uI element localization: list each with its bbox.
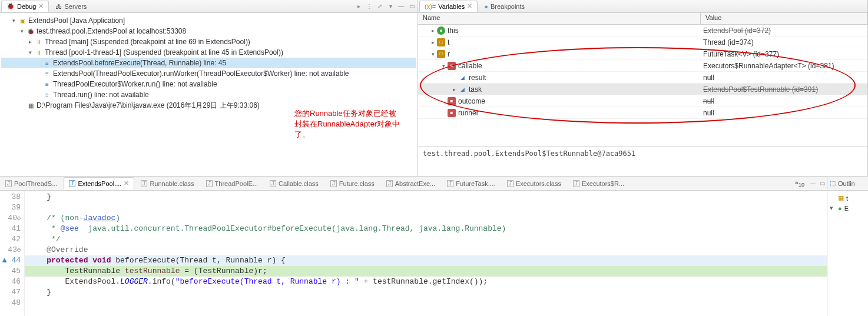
thread-pool[interactable]: ▾⏸Thread [pool-1-thread-1] (Suspended (b… (1, 47, 416, 58)
tab-debug[interactable]: 🐞Debug ✕ (1, 1, 49, 12)
launch-config[interactable]: ▾▣ExtendsPool [Java Application] (1, 15, 416, 26)
editor-tab[interactable]: 🄹 Runnable.class (135, 178, 199, 189)
twistie-icon[interactable]: ▸ (450, 87, 458, 92)
var-row[interactable]: ◢resultnull (418, 72, 867, 84)
var-name: t (448, 38, 449, 46)
variable-detail[interactable]: test.thread.pool.ExtendsPool$TestRunnabl… (418, 147, 867, 176)
tab-breakpoints-label: Breakpoints (491, 3, 525, 10)
thread-icon: ⏸ (34, 37, 44, 46)
code[interactable]: } /* (non-Javadoc) * @see java.util.conc… (25, 191, 827, 316)
minimize-icon[interactable]: — (396, 2, 406, 11)
minimize-icon[interactable]: — (808, 179, 817, 188)
var-row[interactable]: ▾■callableExecutors$RunnableAdapter<T> (… (418, 60, 867, 72)
java-file-icon: 🄹 (573, 180, 579, 187)
tab-variables-label: Variables (438, 3, 465, 10)
java-file-icon: 🄹 (330, 180, 337, 187)
var-name: task (469, 85, 482, 94)
outline-tab[interactable]: ⬚Outlin (827, 177, 868, 191)
stack-frame-icon: ≡ (42, 69, 52, 78)
editor-tab[interactable]: 🄹 ExtendsPool.... ✕ (64, 177, 134, 189)
editor-tab[interactable]: 🄹 ThreadPoolE... (201, 178, 263, 189)
twistie-icon[interactable]: ▸ (429, 28, 437, 34)
editor-tab-label: Executors.class (516, 180, 561, 187)
maximize-icon[interactable]: ▭ (817, 179, 827, 188)
editor-tab-label: ThreadPoolE... (215, 180, 258, 187)
editor-tabs: 🄹 PoolThreadS...🄹 ExtendsPool.... ✕🄹 Run… (0, 177, 827, 191)
arg-icon: □ (437, 50, 445, 58)
var-row[interactable]: ■runnernull (418, 107, 867, 119)
stack-frame-1[interactable]: ≡ExtendsPool.beforeExecute(Thread, Runna… (1, 58, 416, 68)
var-value: ExtendsPool (id=372) (701, 26, 867, 35)
debug-target[interactable]: ▾🐞test.thread.pool.ExtendsPool at localh… (1, 26, 416, 36)
javaw-process[interactable]: ▦D:\Program Files\Java\jre7\bin\javaw.ex… (1, 100, 416, 111)
debug-tree[interactable]: ▾▣ExtendsPool [Java Application] ▾🐞test.… (0, 13, 418, 176)
line-48 (25, 298, 827, 308)
bug-icon: 🐞 (6, 2, 15, 10)
outline-body[interactable]: ▦t ▾●E (827, 191, 868, 316)
gutter: 383940⊖414243⊖▲ 4445464748 (0, 191, 25, 316)
outline-item-1[interactable]: ▦t (830, 193, 866, 203)
editor-tab[interactable]: 🄹 Executors.class (502, 178, 566, 189)
package-icon: ▦ (838, 194, 844, 202)
stack-frame-4[interactable]: ≡Thread.run() line: not available (1, 89, 416, 100)
editor-tab[interactable]: 🄹 AbstractExe... (381, 178, 440, 189)
java-file-icon: 🄹 (69, 180, 75, 187)
tab-variables[interactable]: (x)= Variables ✕ (419, 1, 478, 12)
col-name-header[interactable]: Name (418, 13, 701, 24)
editor-tab[interactable]: 🄹 Future.class (325, 178, 380, 189)
vars-body[interactable]: ▸●thisExtendsPool (id=372)▸□tThread (id=… (418, 25, 867, 147)
editor-tab-label: Callable.class (279, 180, 319, 187)
tab-servers[interactable]: 🖧Servers (50, 1, 92, 12)
toolbar-btn-2[interactable]: ⋮ (365, 2, 374, 11)
var-row[interactable]: ■outcomenull (418, 95, 867, 107)
editor-tab-label: AbstractExe... (395, 180, 435, 187)
server-icon: 🖧 (55, 3, 62, 10)
var-row[interactable]: ▸□tThread (id=374) (418, 36, 867, 48)
twistie-icon[interactable]: ▾ (429, 51, 437, 57)
var-row[interactable]: ▸●thisExtendsPool (id=372) (418, 25, 867, 36)
line-40: /* (non-Javadoc) (25, 213, 827, 224)
thread-icon: ⏸ (34, 48, 44, 57)
process-icon: ▦ (26, 101, 35, 110)
twistie-icon[interactable]: ▾ (439, 63, 448, 69)
variables-icon: (x)= (425, 3, 436, 10)
var-row[interactable]: ▸◢taskExtendsPool$TestRunnable (id=391) (418, 84, 867, 95)
var-row[interactable]: ▾□rFutureTask<V> (id=377) (418, 48, 867, 60)
var-value: FutureTask<V> (id=377) (701, 50, 867, 58)
toolbar-btn-4[interactable]: ▾ (386, 2, 395, 11)
line-47: } (25, 287, 827, 298)
var-name: r (448, 50, 450, 58)
thread-main[interactable]: ▸⏸Thread [main] (Suspended (breakpoint a… (1, 36, 416, 47)
toolbar-btn-1[interactable]: ▸ (354, 2, 363, 11)
local-icon: ◢ (458, 74, 466, 82)
thread-main-label: Thread [main] (Suspended (breakpoint at … (45, 38, 250, 46)
twistie-icon[interactable]: ▸ (429, 39, 437, 45)
annotation-text: 您的Runnable任务对象已经被 封装在RunnableAdapter对象中 … (294, 108, 400, 141)
toolbar-btn-3[interactable]: ⤢ (375, 2, 385, 11)
maximize-icon[interactable]: ▭ (407, 2, 416, 11)
thread-pool-label: Thread [pool-1-thread-1] (Suspended (bre… (45, 48, 283, 56)
java-file-icon: 🄹 (141, 180, 147, 187)
frame3-label: ThreadPoolExecutor$Worker.run() line: no… (53, 80, 217, 88)
stack-frame-3[interactable]: ≡ThreadPoolExecutor$Worker.run() line: n… (1, 79, 416, 89)
code-area[interactable]: 383940⊖414243⊖▲ 4445464748 } /* (non-Jav… (0, 191, 827, 316)
outline-item-2[interactable]: ▾●E (830, 203, 866, 213)
editor-tab[interactable]: 🄹 FutureTask.... (442, 178, 501, 189)
editor-tab-label: Executors$R... (582, 180, 624, 187)
editor-tab[interactable]: 🄹 PoolThreadS... (0, 178, 62, 189)
more-tabs-button[interactable]: »10 (791, 179, 808, 188)
stack-frame-icon: ≡ (42, 58, 52, 68)
editor-tab[interactable]: 🄹 Executors$R... (568, 178, 630, 189)
line-43: @Override (25, 245, 827, 255)
debug-tab-bar: 🐞Debug ✕ 🖧Servers ▸ ⋮ ⤢ ▾ — ▭ (0, 0, 418, 13)
tab-breakpoints[interactable]: ● Breakpoints (479, 1, 530, 12)
vars-tab-bar: (x)= Variables ✕ ● Breakpoints (418, 0, 867, 13)
editor-tab[interactable]: 🄹 Callable.class (264, 178, 324, 189)
outline-label: Outlin (838, 180, 855, 187)
var-name: callable (458, 62, 482, 70)
col-value-header[interactable]: Value (701, 13, 867, 24)
outline-icon: ⬚ (830, 179, 836, 187)
var-value: null (701, 109, 867, 117)
line-39 (25, 202, 827, 213)
stack-frame-2[interactable]: ≡ExtendsPool(ThreadPoolExecutor).runWork… (1, 68, 416, 79)
